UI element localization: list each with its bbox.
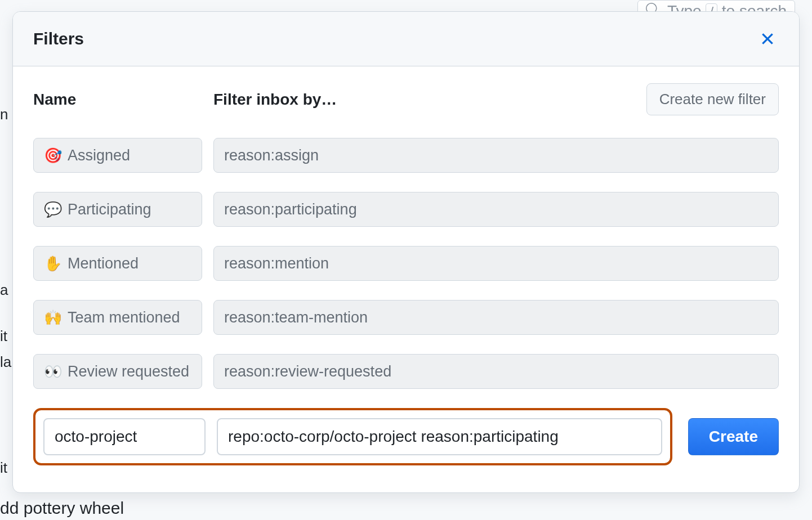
bg-text-fragment: n [0,106,8,123]
filter-row: 🙌 Team mentioned reason:team-mention [33,300,779,335]
filter-query-field[interactable]: reason:mention [213,246,779,281]
create-new-filter-button[interactable]: Create new filter [646,83,779,115]
filter-name-field[interactable]: 🙌 Team mentioned [33,300,202,335]
filter-name-field[interactable]: 👀 Review requested [33,354,202,389]
speech-icon: 💬 [44,202,62,217]
new-filter-name-input[interactable] [43,418,206,455]
bg-text-fragment: a [0,281,8,299]
new-filter-highlight [33,408,672,465]
filter-row: 👀 Review requested reason:review-request… [33,354,779,389]
filter-row: 🎯 Assigned reason:assign [33,138,779,173]
close-icon [760,32,775,46]
filter-row: ✋ Mentioned reason:mention [33,246,779,281]
filter-name-text: Team mentioned [68,309,180,326]
bg-text-fragment: la [0,353,11,371]
bg-text-fragment: it [0,328,7,345]
filter-name-field[interactable]: ✋ Mentioned [33,246,202,281]
filter-name-text: Assigned [68,147,130,164]
filter-query-text: reason:review-requested [224,363,391,380]
filter-query-field[interactable]: reason:review-requested [213,354,779,389]
filter-query-text: reason:assign [224,147,319,164]
filter-row: 💬 Participating reason:participating [33,192,779,227]
raised-hands-icon: 🙌 [44,310,62,325]
filter-query-field[interactable]: reason:team-mention [213,300,779,335]
filter-query-text: reason:mention [224,255,329,272]
filter-name-field[interactable]: 💬 Participating [33,192,202,227]
filter-name-text: Review requested [68,363,189,380]
column-name-header: Name [33,91,202,109]
filter-query-text: reason:participating [224,201,357,218]
new-filter-row: Create [33,408,779,465]
dialog-body: Name Filter inbox by… Create new filter … [13,66,799,492]
filter-name-text: Participating [68,201,151,218]
dialog-title: Filters [33,29,84,48]
filter-query-field[interactable]: reason:participating [213,192,779,227]
filter-name-text: Mentioned [68,255,139,272]
close-button[interactable] [756,28,779,50]
filter-query-field[interactable]: reason:assign [213,138,779,173]
bg-text-fragment: it [0,459,7,477]
filter-name-field[interactable]: 🎯 Assigned [33,138,202,173]
target-icon: 🎯 [44,148,62,163]
filter-query-text: reason:team-mention [224,309,368,326]
dialog-header: Filters [13,12,799,66]
filters-dialog: Filters Name Filter inbox by… Create new… [12,11,800,493]
create-button[interactable]: Create [688,418,779,455]
column-query-header: Filter inbox by… [213,91,635,109]
hand-icon: ✋ [44,256,62,271]
bg-text-fragment: dd pottery wheel [0,499,124,518]
new-filter-query-input[interactable] [217,418,662,455]
columns-header: Name Filter inbox by… Create new filter [33,83,779,115]
eyes-icon: 👀 [44,364,62,379]
